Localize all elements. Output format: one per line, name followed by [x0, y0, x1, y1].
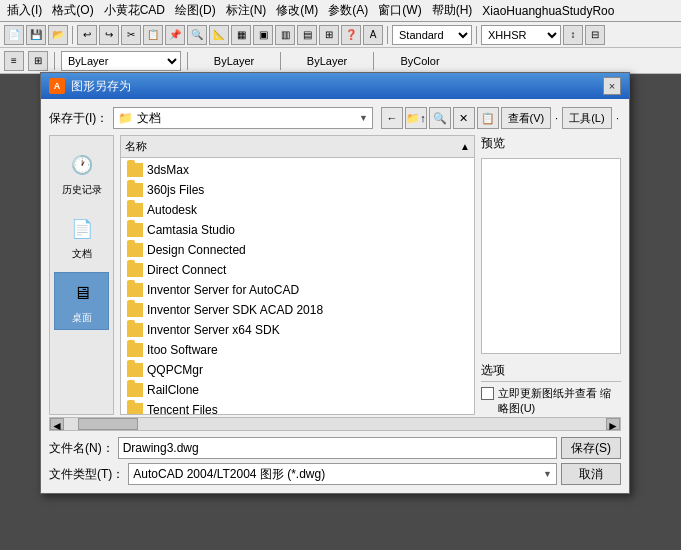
toolbar-row-2: ≡ ⊞ ByLayer ByLayer ByLayer ByColor [0, 48, 681, 74]
menu-format[interactable]: 格式(O) [49, 2, 96, 19]
filetype-label: 文件类型(T)： [49, 466, 124, 483]
file-item[interactable]: Tencent Files [121, 400, 474, 414]
file-name: 3dsMax [147, 163, 189, 177]
file-list-body[interactable]: 3dsMax360js FilesAutodeskCamtasia Studio… [121, 158, 474, 414]
menu-window[interactable]: 窗口(W) [375, 2, 424, 19]
file-item[interactable]: Design Connected [121, 240, 474, 260]
location-value: 文档 [137, 110, 161, 127]
nav-toolbar: ← 📁↑ 🔍 ✕ 📋 查看(V) · 工具(L) · [381, 107, 621, 129]
toolbar-icon-18[interactable]: ↕ [563, 25, 583, 45]
filetype-dropdown[interactable]: AutoCAD 2004/LT2004 图形 (*.dwg) ▼ [128, 463, 557, 485]
toolbar-icon-8[interactable]: 📌 [165, 25, 185, 45]
menu-modify[interactable]: 修改(M) [273, 2, 321, 19]
menu-dimension[interactable]: 标注(N) [223, 2, 270, 19]
sidebar-label-documents: 文档 [72, 247, 92, 261]
toolbar-icon-3[interactable]: 📂 [48, 25, 68, 45]
scroll-right-btn[interactable]: ► [606, 418, 620, 430]
sidebar-item-documents[interactable]: 📄 文档 [54, 208, 109, 266]
sep-1 [72, 26, 73, 44]
toolbar-icon-15[interactable]: ⊞ [319, 25, 339, 45]
file-item[interactable]: Direct Connect [121, 260, 474, 280]
folder-icon [127, 343, 143, 357]
filename-input[interactable] [118, 437, 557, 459]
toolbar-icon-9[interactable]: 🔍 [187, 25, 207, 45]
cad-background: 插入(I) 格式(O) 小黄花CAD 绘图(D) 标注(N) 修改(M) 参数(… [0, 0, 681, 550]
file-item[interactable]: Autodesk [121, 200, 474, 220]
horizontal-scrollbar[interactable]: ◄ ► [49, 417, 621, 431]
file-item[interactable]: Inventor Server SDK ACAD 2018 [121, 300, 474, 320]
sort-indicator: ▲ [460, 141, 470, 152]
file-name: Inventor Server for AutoCAD [147, 283, 299, 297]
nav-dot-sep: · [553, 112, 560, 124]
folder-icon [127, 363, 143, 377]
scroll-thumb[interactable] [78, 418, 138, 430]
menu-params[interactable]: 参数(A) [325, 2, 371, 19]
menu-cad[interactable]: 小黄花CAD [101, 2, 168, 19]
menu-draw[interactable]: 绘图(D) [172, 2, 219, 19]
file-name: Autodesk [147, 203, 197, 217]
file-item[interactable]: Itoo Software [121, 340, 474, 360]
dialog-close-button[interactable]: × [603, 77, 621, 95]
nav-new-folder-button[interactable]: 📋 [477, 107, 499, 129]
sidebar-item-desktop[interactable]: 🖥 桌面 [54, 272, 109, 330]
toolbar-standard-dropdown[interactable]: Standard [392, 25, 472, 45]
toolbar-xhhsr-dropdown[interactable]: XHHSR [481, 25, 561, 45]
toolbar-icon-layer2[interactable]: ⊞ [28, 51, 48, 71]
dialog-titlebar: A 图形另存为 × [41, 73, 629, 99]
toolbar-icon-13[interactable]: ▥ [275, 25, 295, 45]
menu-insert[interactable]: 插入(I) [4, 2, 45, 19]
location-dropdown[interactable]: 📁 文档 ▼ [113, 107, 373, 129]
nav-up-button[interactable]: 📁↑ [405, 107, 427, 129]
preview-panel: 预览 选项 立即更新图纸并查看 缩略图(U) [481, 135, 621, 415]
toolbar-icon-1[interactable]: 📄 [4, 25, 24, 45]
file-item[interactable]: Inventor Server for AutoCAD [121, 280, 474, 300]
view-dropdown-button[interactable]: 查看(V) [501, 107, 551, 129]
toolbar-icon-6[interactable]: ✂ [121, 25, 141, 45]
toolbar-icon-19[interactable]: ⊟ [585, 25, 605, 45]
preview-area [481, 158, 621, 354]
menu-help[interactable]: 帮助(H) [429, 2, 476, 19]
nav-search-button[interactable]: 🔍 [429, 107, 451, 129]
file-item[interactable]: Inventor Server x64 SDK [121, 320, 474, 340]
folder-icon [127, 323, 143, 337]
cancel-button[interactable]: 取消 [561, 463, 621, 485]
sidebar-label-desktop: 桌面 [72, 311, 92, 325]
top-bar-area: 插入(I) 格式(O) 小黄花CAD 绘图(D) 标注(N) 修改(M) 参数(… [0, 0, 681, 74]
file-item[interactable]: RailClone [121, 380, 474, 400]
toolbar-icon-12[interactable]: ▣ [253, 25, 273, 45]
toolbar-icon-4[interactable]: ↩ [77, 25, 97, 45]
toolbar-icon-5[interactable]: ↪ [99, 25, 119, 45]
toolbar-icon-layer[interactable]: ≡ [4, 51, 24, 71]
filetype-row: 文件类型(T)： AutoCAD 2004/LT2004 图形 (*.dwg) … [49, 463, 621, 485]
toolbar-icon-10[interactable]: 📐 [209, 25, 229, 45]
file-item[interactable]: 3dsMax [121, 160, 474, 180]
left-sidebar: 🕐 历史记录 📄 文档 🖥 桌面 [49, 135, 114, 415]
folder-icon [127, 383, 143, 397]
layer-dropdown[interactable]: ByLayer [61, 51, 181, 71]
folder-icon [127, 403, 143, 414]
file-item[interactable]: QQPCMgr [121, 360, 474, 380]
menu-user[interactable]: XiaoHuanghuaStudyRoo [479, 4, 617, 18]
file-item[interactable]: Camtasia Studio [121, 220, 474, 240]
toolbar-row-1: 📄 💾 📂 ↩ ↪ ✂ 📋 📌 🔍 📐 ▦ ▣ ▥ ▤ ⊞ ❓ A Standa… [0, 22, 681, 48]
toolbar-icon-7[interactable]: 📋 [143, 25, 163, 45]
bylayer-1: ByLayer [194, 55, 274, 67]
save-button[interactable]: 保存(S) [561, 437, 621, 459]
update-thumbnail-checkbox[interactable] [481, 387, 494, 400]
nav-delete-button[interactable]: ✕ [453, 107, 475, 129]
toolbar-icon-11[interactable]: ▦ [231, 25, 251, 45]
sidebar-item-history[interactable]: 🕐 历史记录 [54, 144, 109, 202]
toolbar-icon-2[interactable]: 💾 [26, 25, 46, 45]
scroll-left-btn[interactable]: ◄ [50, 418, 64, 430]
sep-2 [387, 26, 388, 44]
toolbar-icon-14[interactable]: ▤ [297, 25, 317, 45]
file-item[interactable]: 360js Files [121, 180, 474, 200]
nav-back-button[interactable]: ← [381, 107, 403, 129]
location-label: 保存于(I)： [49, 110, 109, 127]
file-name: Inventor Server x64 SDK [147, 323, 280, 337]
toolbar-icon-16[interactable]: ❓ [341, 25, 361, 45]
filename-row: 文件名(N)： 保存(S) [49, 437, 621, 459]
tools-dropdown-button[interactable]: 工具(L) [562, 107, 612, 129]
toolbar-icon-17[interactable]: A [363, 25, 383, 45]
save-dialog: A 图形另存为 × 保存于(I)： 📁 文档 ▼ [40, 72, 630, 494]
